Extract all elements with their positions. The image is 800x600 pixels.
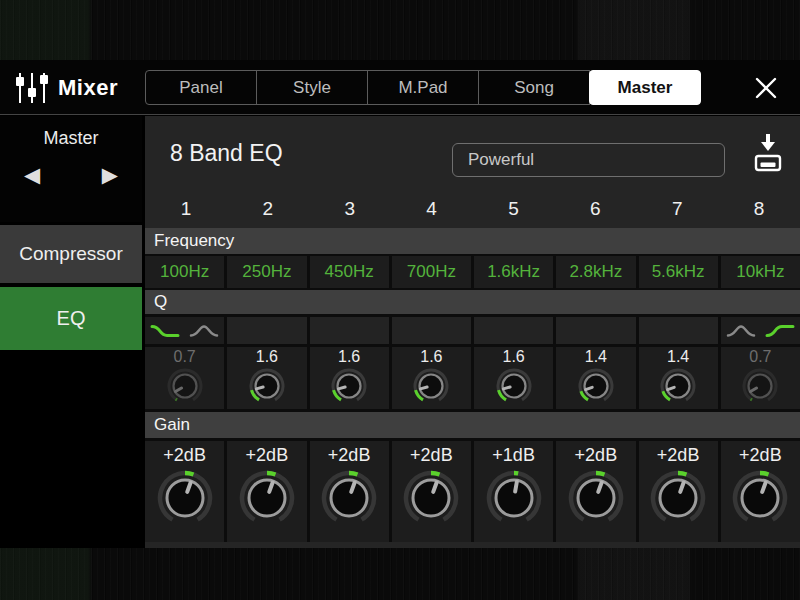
- peak-icon: [189, 323, 219, 339]
- save-button[interactable]: [750, 132, 786, 182]
- gain-knob: [235, 466, 299, 530]
- gain-knob-band6[interactable]: +2dB: [556, 441, 635, 542]
- prev-arrow-button[interactable]: ◀: [24, 163, 40, 187]
- tab-master[interactable]: Master: [589, 70, 701, 105]
- frequency-value[interactable]: 100Hz: [145, 256, 224, 288]
- instrument-bezel: Mixer Panel Style M.Pad Song Master Mast…: [0, 0, 800, 600]
- sidebar-item-eq[interactable]: EQ: [0, 287, 142, 350]
- q-knob-band3[interactable]: 1.6: [310, 347, 389, 409]
- gain-value: +2dB: [410, 444, 453, 466]
- frequency-value[interactable]: 10kHz: [721, 256, 800, 288]
- gain-knob: [728, 466, 792, 530]
- gain-knob-band4[interactable]: +2dB: [392, 441, 471, 542]
- q-value: 0.7: [174, 348, 196, 366]
- q-knob-band6[interactable]: 1.4: [556, 347, 635, 409]
- band-number: 2: [227, 190, 309, 228]
- gain-knob: [646, 466, 710, 530]
- tab-mpad[interactable]: M.Pad: [367, 70, 479, 105]
- band-number: 8: [718, 190, 800, 228]
- eq-title: 8 Band EQ: [170, 116, 283, 190]
- q-knob: [576, 366, 616, 406]
- q-knob: [411, 366, 451, 406]
- save-icon: [750, 132, 786, 178]
- q-row-label: Q: [145, 290, 800, 314]
- gain-row: +2dB +2dB: [145, 441, 800, 542]
- gain-knob-band1[interactable]: +2dB: [145, 441, 224, 542]
- gain-knob-band5[interactable]: +1dB: [474, 441, 553, 542]
- frequency-row-label: Frequency: [145, 228, 800, 254]
- band-number: 6: [554, 190, 636, 228]
- sidebar: Master ◀ ▶ Compressor EQ: [0, 116, 142, 548]
- mixer-icon: [14, 71, 50, 105]
- q-knob: [658, 366, 698, 406]
- q-knob: [247, 366, 287, 406]
- q-knob-band7[interactable]: 1.4: [639, 347, 718, 409]
- frequency-value[interactable]: 450Hz: [310, 256, 389, 288]
- gain-knob-band7[interactable]: +2dB: [639, 441, 718, 542]
- gain-row-label: Gain: [145, 412, 800, 438]
- gain-knob: [564, 466, 628, 530]
- filter-type-band1[interactable]: [145, 317, 224, 344]
- gain-value: +2dB: [246, 444, 289, 466]
- gain-value: +1dB: [492, 444, 535, 466]
- band-number: 1: [145, 190, 227, 228]
- q-knob-band4[interactable]: 1.6: [392, 347, 471, 409]
- page-title: Mixer: [58, 60, 118, 115]
- gain-knob: [153, 466, 217, 530]
- q-value: 1.4: [667, 348, 689, 366]
- q-knob-band8[interactable]: 0.7: [721, 347, 800, 409]
- gain-knob-band2[interactable]: +2dB: [227, 441, 306, 542]
- frequency-value[interactable]: 250Hz: [227, 256, 306, 288]
- band-number-row: 1 2 3 4 5 6 7 8: [145, 190, 800, 228]
- gain-knob: [399, 466, 463, 530]
- preset-selector[interactable]: Powerful: [452, 143, 725, 177]
- peak-icon: [726, 323, 756, 339]
- gain-knob: [482, 466, 546, 530]
- q-value: 1.4: [585, 348, 607, 366]
- low-shelf-icon: [150, 323, 180, 339]
- tab-panel[interactable]: Panel: [145, 70, 257, 105]
- frequency-value[interactable]: 5.6kHz: [639, 256, 718, 288]
- q-knob-band5[interactable]: 1.6: [474, 347, 553, 409]
- gain-value: +2dB: [575, 444, 618, 466]
- part-selector-label: Master: [0, 128, 142, 149]
- q-knob: [494, 366, 534, 406]
- tab-song[interactable]: Song: [478, 70, 590, 105]
- filter-type-band8[interactable]: [721, 317, 800, 344]
- close-button[interactable]: [746, 73, 786, 103]
- sidebar-item-compressor[interactable]: Compressor: [0, 225, 142, 283]
- q-value: 1.6: [256, 348, 278, 366]
- close-icon: [753, 75, 779, 101]
- q-value: 1.6: [503, 348, 525, 366]
- q-knob: [740, 366, 780, 406]
- band-number: 5: [473, 190, 555, 228]
- frequency-value[interactable]: 1.6kHz: [474, 256, 553, 288]
- band-number: 3: [309, 190, 391, 228]
- tab-style[interactable]: Style: [256, 70, 368, 105]
- filter-type-row: [145, 317, 800, 344]
- q-value: 1.6: [420, 348, 442, 366]
- q-value: 0.7: [749, 348, 771, 366]
- band-number: 7: [636, 190, 718, 228]
- tab-bar: Panel Style M.Pad Song Master: [145, 70, 701, 105]
- band-number: 4: [391, 190, 473, 228]
- q-knob-band1[interactable]: 0.7: [145, 347, 224, 409]
- frequency-value[interactable]: 700Hz: [392, 256, 471, 288]
- mixer-screen: Mixer Panel Style M.Pad Song Master Mast…: [0, 60, 800, 548]
- gain-knob-band8[interactable]: +2dB: [721, 441, 800, 542]
- frequency-row: 100Hz 250Hz 450Hz 700Hz 1.6kHz 2.8kHz 5.…: [145, 256, 800, 288]
- gain-value: +2dB: [657, 444, 700, 466]
- q-knob-band2[interactable]: 1.6: [227, 347, 306, 409]
- q-knob: [329, 366, 369, 406]
- gain-value: +2dB: [739, 444, 782, 466]
- gain-knob-band3[interactable]: +2dB: [310, 441, 389, 542]
- gain-value: +2dB: [163, 444, 206, 466]
- frequency-value[interactable]: 2.8kHz: [556, 256, 635, 288]
- next-arrow-button[interactable]: ▶: [102, 163, 118, 187]
- high-shelf-icon: [765, 323, 795, 339]
- eq-panel: 8 Band EQ Powerful 1 2 3 4 5 6 7 8: [145, 116, 800, 548]
- q-knob: [165, 366, 205, 406]
- gain-knob: [317, 466, 381, 530]
- top-bar: Mixer Panel Style M.Pad Song Master: [0, 60, 800, 115]
- part-selector: Master ◀ ▶: [0, 116, 142, 222]
